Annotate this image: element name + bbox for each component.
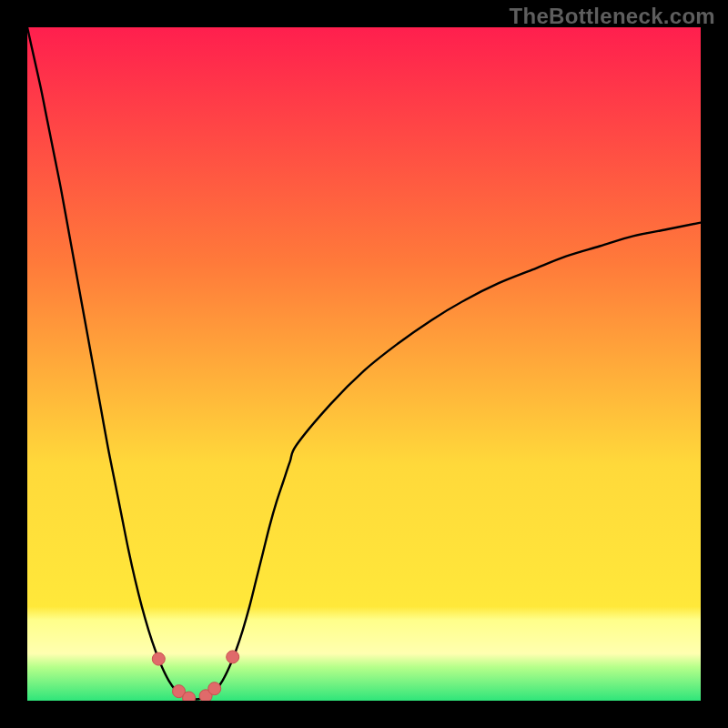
bottleneck-chart [27, 27, 701, 701]
curve-marker [208, 682, 221, 695]
plot-area [27, 27, 701, 701]
gradient-background [27, 27, 701, 701]
watermark-text: TheBottleneck.com [510, 4, 715, 29]
curve-marker [183, 692, 196, 701]
chart-frame: TheBottleneck.com [0, 0, 728, 728]
curve-marker [227, 651, 239, 663]
curve-marker [152, 652, 165, 665]
